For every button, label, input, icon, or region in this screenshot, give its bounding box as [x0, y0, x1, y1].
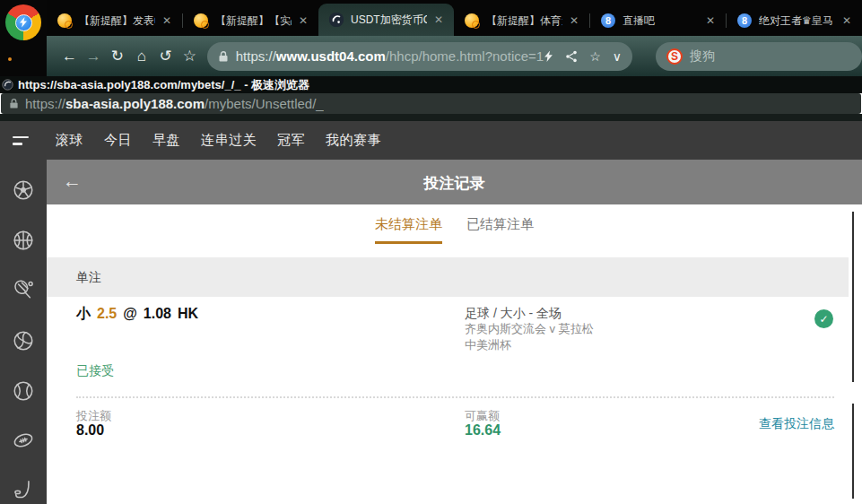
popup-window-title: https://sba-asia.poly188.com/mybets/_/_ … [18, 77, 309, 93]
dotted-divider [76, 396, 834, 398]
nav-item-my-events[interactable]: 我的赛事 [326, 132, 381, 149]
stake-value: 8.00 [76, 422, 104, 439]
share-icon[interactable] [565, 50, 578, 63]
basketball-icon[interactable] [12, 229, 35, 252]
baseball-icon[interactable] [12, 379, 35, 403]
nav-item-inplay[interactable]: 滚球 [56, 132, 83, 149]
browser-tab-5[interactable]: 8 直播吧 ✕ [590, 5, 726, 36]
url-host: www.usdt04.com [276, 48, 386, 64]
browser-toolbar: ← → ↻ ⌂ ↺ ☆ https://www.usdt04.com/hhcp/… [0, 36, 862, 76]
page-header: ← 投注记录 [47, 160, 862, 204]
tennis-icon[interactable] [12, 278, 35, 301]
chevron-down-icon[interactable]: ∨ [613, 49, 622, 64]
home-button[interactable]: ⌂ [129, 48, 153, 65]
url-path: /hhcp/home.html?notice=1 [386, 48, 544, 64]
back-button[interactable]: ← [57, 48, 82, 65]
accepted-check-icon: ✓ [814, 309, 833, 328]
scrollbar[interactable] [852, 404, 854, 499]
bet-event-info: 足球 / 大小 - 全场 齐奥内斯交流会 v 莫拉松 中美洲杯 [465, 305, 594, 353]
reload-button[interactable]: ↻ [106, 47, 130, 65]
view-bet-info-link[interactable]: 查看投注信息 [759, 416, 834, 432]
browser-tab-bar: 【新提醒】发表帖 ✕ 【新提醒】【实战 ✕ USDT加密货币G ✕ 【新提醒】体… [0, 0, 862, 36]
tab-title: 【新提醒】发表帖 [79, 13, 155, 29]
bet-status-tabs: 未结算注单 已结算注单 [47, 216, 862, 244]
bet-odds: 1.08 [144, 306, 171, 321]
browser-tab-1[interactable]: 【新提醒】发表帖 ✕ [47, 5, 182, 36]
tab-title: 【新提醒】体育天 [486, 13, 562, 29]
popup-window-titlebar[interactable]: https://sba-asia.poly188.com/mybets/_/_ … [0, 76, 862, 93]
page-title: 投注记录 [47, 173, 862, 194]
american-football-icon[interactable] [12, 429, 35, 452]
bet-market: 足球 / 大小 - 全场 [465, 305, 594, 321]
bet-records-page: ← 投注记录 未结算注单 已结算注单 单注 小2.5@1.08HK 足球 / 大… [47, 160, 862, 504]
browser-logo-block [0, 0, 47, 76]
bet-selection: 小 [76, 306, 91, 321]
url-text: https://www.usdt04.com/hhcp/home.html?no… [236, 48, 544, 64]
browser-tab-6[interactable]: 8 绝对王者♛皇马 ✕ [727, 5, 862, 36]
notification-dot [8, 57, 12, 61]
divider [0, 114, 862, 121]
tab-title: 【新提醒】【实战 [215, 13, 292, 29]
soccer-icon[interactable] [12, 178, 35, 202]
browser-tab-2[interactable]: 【新提醒】【实战 ✕ [183, 5, 318, 36]
lock-icon [218, 50, 229, 63]
nav-item-parlay[interactable]: 连串过关 [201, 132, 257, 149]
odds-format: HK [178, 306, 198, 321]
star-icon[interactable]: ☆ [589, 49, 601, 64]
url-scheme: https:// [236, 48, 276, 64]
site-favicon [2, 79, 13, 91]
at-sign: @ [123, 306, 137, 321]
nav-item-outright[interactable]: 冠军 [277, 132, 305, 149]
forum-notice-icon [194, 13, 208, 28]
close-icon[interactable]: ✕ [839, 13, 855, 29]
nav-item-early[interactable]: 早盘 [152, 132, 180, 149]
scrollbar[interactable] [852, 212, 854, 382]
tab-title: USDT加密货币G [351, 13, 427, 28]
tab-settled[interactable]: 已结算注单 [466, 216, 534, 244]
search-box[interactable]: S 搜狗 [656, 42, 862, 71]
bet-status: 已接受 [76, 363, 114, 379]
forum-notice-icon [57, 13, 72, 28]
close-icon[interactable]: ✕ [566, 13, 582, 29]
search-placeholder: 搜狗 [690, 48, 715, 65]
forward-button[interactable]: → [82, 48, 106, 65]
close-icon[interactable]: ✕ [295, 13, 311, 29]
bet-league: 中美洲杯 [465, 337, 594, 353]
sports-nav-bar: 滚球 今日 早盘 连串过关 冠军 我的赛事 [0, 121, 862, 160]
history-button[interactable]: ↺ [153, 47, 178, 65]
lightning-icon [15, 14, 32, 31]
browser-logo[interactable] [5, 4, 41, 40]
flash-icon[interactable] [544, 50, 553, 63]
zhibo8-icon: 8 [601, 13, 615, 28]
browser-tab-active[interactable]: USDT加密货币G ✕ [318, 4, 454, 36]
bookmark-star-button[interactable]: ☆ [178, 47, 202, 65]
url-scheme: https:// [25, 96, 65, 111]
volleyball-icon[interactable] [12, 329, 35, 352]
sports-sidebar [0, 160, 47, 504]
zhibo8-icon: 8 [737, 13, 752, 28]
browser-tab-4[interactable]: 【新提醒】体育天 ✕ [454, 5, 589, 36]
close-icon[interactable]: ✕ [431, 12, 447, 28]
bet-selection-line: 小2.5@1.08HK [76, 305, 205, 324]
bet-type-band: 单注 [47, 257, 849, 297]
lock-icon [9, 98, 19, 109]
url-host: sba-asia.poly188.com [65, 96, 205, 111]
tab-unsettled[interactable]: 未结算注单 [375, 216, 442, 244]
sogou-icon: S [666, 48, 683, 65]
address-bar[interactable]: https://www.usdt04.com/hhcp/home.html?no… [207, 42, 632, 71]
ice-hockey-icon[interactable] [12, 479, 35, 502]
menu-filter-icon[interactable] [13, 136, 29, 145]
popup-url-text: https://sba-asia.poly188.com/mybets/Unse… [25, 96, 324, 111]
tab-title: 绝对王者♛皇马 [759, 13, 835, 29]
nav-item-today[interactable]: 今日 [104, 132, 132, 149]
bet-match: 齐奥内斯交流会 v 莫拉松 [465, 321, 594, 337]
screen: 【新提醒】发表帖 ✕ 【新提醒】【实战 ✕ USDT加密货币G ✕ 【新提醒】体… [0, 0, 862, 504]
potential-win-value: 16.64 [465, 422, 501, 439]
globe-icon [329, 13, 344, 27]
tab-title: 直播吧 [623, 13, 699, 29]
popup-address-bar[interactable]: https://sba-asia.poly188.com/mybets/Unse… [1, 93, 861, 114]
forum-notice-icon [465, 13, 479, 28]
close-icon[interactable]: ✕ [702, 13, 718, 29]
close-icon[interactable]: ✕ [159, 13, 175, 29]
bet-handicap-line: 2.5 [97, 306, 117, 321]
